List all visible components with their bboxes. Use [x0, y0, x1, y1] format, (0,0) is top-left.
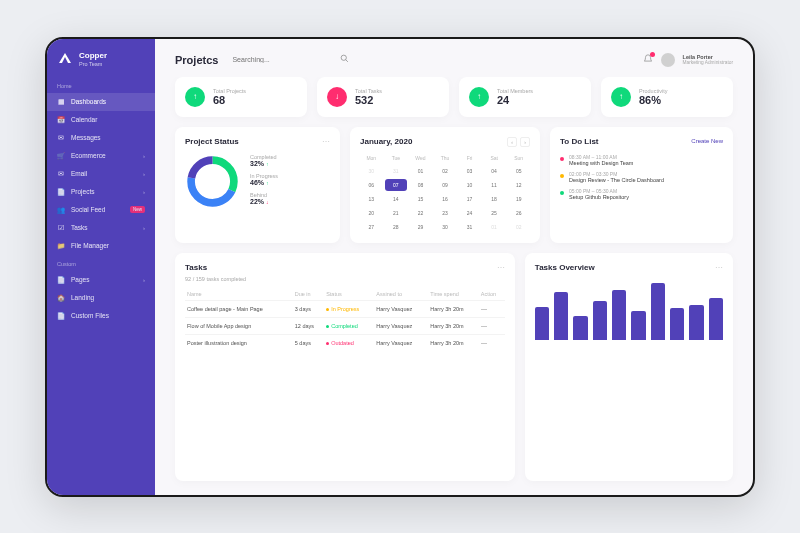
- calendar-day[interactable]: 04: [483, 165, 506, 177]
- sidebar-item-calendar[interactable]: 📅Calendar: [47, 111, 155, 129]
- nav-label: Social Feed: [71, 206, 124, 213]
- calendar-day[interactable]: 16: [434, 193, 457, 205]
- todo-item[interactable]: 05:00 PM – 05:30 AMSetup Github Reposito…: [560, 188, 723, 200]
- row-action-icon[interactable]: ⋯: [479, 317, 505, 334]
- stat-card: ↑Total Members24: [459, 77, 591, 117]
- calendar-day[interactable]: 30: [434, 221, 457, 233]
- calendar-day[interactable]: 23: [434, 207, 457, 219]
- sidebar-item-projects[interactable]: 📄Projects›: [47, 183, 155, 201]
- stat-label: Total Projects: [213, 88, 246, 94]
- topbar: Projetcs Leila Porter Marketing Administ…: [155, 39, 753, 77]
- table-row[interactable]: Poster illustration design5 daysOutdated…: [185, 334, 505, 351]
- bottom-row: Tasks ⋯ 92 / 159 tasks completed NameDue…: [175, 253, 733, 481]
- calendar-day[interactable]: 05: [507, 165, 530, 177]
- calendar-day[interactable]: 29: [409, 221, 432, 233]
- nav-icon: ✉: [57, 134, 65, 142]
- chevron-right-icon: ›: [143, 189, 145, 195]
- table-row[interactable]: Flow of Mobile App design12 daysComplete…: [185, 317, 505, 334]
- calendar-day[interactable]: 09: [434, 179, 457, 191]
- table-row[interactable]: Coffee detail page - Main Page3 daysIn P…: [185, 300, 505, 317]
- tasks-overview-title: Tasks Overview: [535, 263, 595, 272]
- row-action-icon[interactable]: ⋯: [479, 334, 505, 351]
- calendar-day[interactable]: 22: [409, 207, 432, 219]
- nav-label: File Manager: [71, 242, 145, 249]
- calendar-day[interactable]: 18: [483, 193, 506, 205]
- user-block: Leila Porter Marketing Administrator: [683, 54, 733, 65]
- sidebar-item-dashboards[interactable]: ▦Dashboards: [47, 93, 155, 111]
- sidebar-item-ecommerce[interactable]: 🛒Ecommerce›: [47, 147, 155, 165]
- calendar-day[interactable]: 28: [385, 221, 408, 233]
- sidebar-item-email[interactable]: ✉Email›: [47, 165, 155, 183]
- calendar-day[interactable]: 10: [458, 179, 481, 191]
- sidebar-item-messages[interactable]: ✉Messages: [47, 129, 155, 147]
- bar: [670, 308, 684, 339]
- calendar-day[interactable]: 01: [483, 221, 506, 233]
- calendar-day[interactable]: 27: [360, 221, 383, 233]
- calendar-dow: Wed: [409, 153, 432, 163]
- calendar-day[interactable]: 19: [507, 193, 530, 205]
- stat-trend-icon: ↓: [327, 87, 347, 107]
- nav-icon: 📄: [57, 276, 65, 284]
- calendar-day[interactable]: 15: [409, 193, 432, 205]
- calendar-day[interactable]: 03: [458, 165, 481, 177]
- todo-item-title: Setup Github Repository: [569, 194, 629, 200]
- more-icon[interactable]: ⋯: [715, 263, 723, 272]
- search: [232, 54, 628, 65]
- search-input[interactable]: [232, 56, 332, 63]
- main-content: Projetcs Leila Porter Marketing Administ…: [155, 39, 753, 495]
- sidebar-item-pages[interactable]: 📄Pages›: [47, 271, 155, 289]
- calendar-day[interactable]: 07: [385, 179, 408, 191]
- calendar-day[interactable]: 17: [458, 193, 481, 205]
- user-role: Marketing Administrator: [683, 60, 733, 65]
- calendar-day[interactable]: 06: [360, 179, 383, 191]
- sidebar-item-tasks[interactable]: ☑Tasks›: [47, 219, 155, 237]
- calendar-day[interactable]: 02: [507, 221, 530, 233]
- calendar-day[interactable]: 25: [483, 207, 506, 219]
- nav-label: Ecommerce: [71, 152, 137, 159]
- calendar-day[interactable]: 21: [385, 207, 408, 219]
- calendar-prev[interactable]: ‹: [507, 137, 517, 147]
- sidebar-item-custom-files[interactable]: 📄Custom Files: [47, 307, 155, 325]
- calendar-day[interactable]: 30: [360, 165, 383, 177]
- sidebar-item-social-feed[interactable]: 👥Social FeedNew: [47, 201, 155, 219]
- donut-chart: [185, 154, 240, 209]
- nav-label: Landing: [71, 294, 145, 301]
- calendar-day[interactable]: 14: [385, 193, 408, 205]
- calendar-day[interactable]: 02: [434, 165, 457, 177]
- calendar-day[interactable]: 31: [458, 221, 481, 233]
- chevron-right-icon: ›: [143, 277, 145, 283]
- todo-item[interactable]: 02:00 PM – 03:30 PMDesign Review - The C…: [560, 171, 723, 183]
- create-new-link[interactable]: Create New: [691, 138, 723, 144]
- calendar-day[interactable]: 24: [458, 207, 481, 219]
- more-icon[interactable]: ⋯: [322, 137, 330, 146]
- avatar[interactable]: [661, 53, 675, 67]
- calendar-dow: Fri: [458, 153, 481, 163]
- nav-label: Email: [71, 170, 137, 177]
- todo-item[interactable]: 08:30 AM – 11:00 AMMeeting with Design T…: [560, 154, 723, 166]
- calendar-day[interactable]: 20: [360, 207, 383, 219]
- table-header: Assined to: [374, 288, 428, 301]
- table-header: Action: [479, 288, 505, 301]
- notifications-icon[interactable]: [643, 54, 653, 66]
- more-icon[interactable]: ⋯: [497, 263, 505, 272]
- app-frame: Copper Pro Team Home ▦Dashboards📅Calenda…: [45, 37, 755, 497]
- calendar-day[interactable]: 01: [409, 165, 432, 177]
- row-action-icon[interactable]: ⋯: [479, 300, 505, 317]
- calendar-day[interactable]: 13: [360, 193, 383, 205]
- calendar-next[interactable]: ›: [520, 137, 530, 147]
- stat-value: 86%: [639, 94, 667, 106]
- badge-new: New: [130, 206, 145, 213]
- calendar-day[interactable]: 08: [409, 179, 432, 191]
- calendar-day[interactable]: 12: [507, 179, 530, 191]
- sidebar-item-landing[interactable]: 🏠Landing: [47, 289, 155, 307]
- calendar-day[interactable]: 26: [507, 207, 530, 219]
- calendar-day[interactable]: 11: [483, 179, 506, 191]
- stat-card: ↑Total Projects68: [175, 77, 307, 117]
- bar: [651, 283, 665, 340]
- stat-value: 532: [355, 94, 382, 106]
- page-title: Projetcs: [175, 54, 218, 66]
- sidebar-item-file-manager[interactable]: 📁File Manager: [47, 237, 155, 255]
- search-icon[interactable]: [340, 54, 349, 65]
- nav-icon: 🛒: [57, 152, 65, 160]
- calendar-day[interactable]: 31: [385, 165, 408, 177]
